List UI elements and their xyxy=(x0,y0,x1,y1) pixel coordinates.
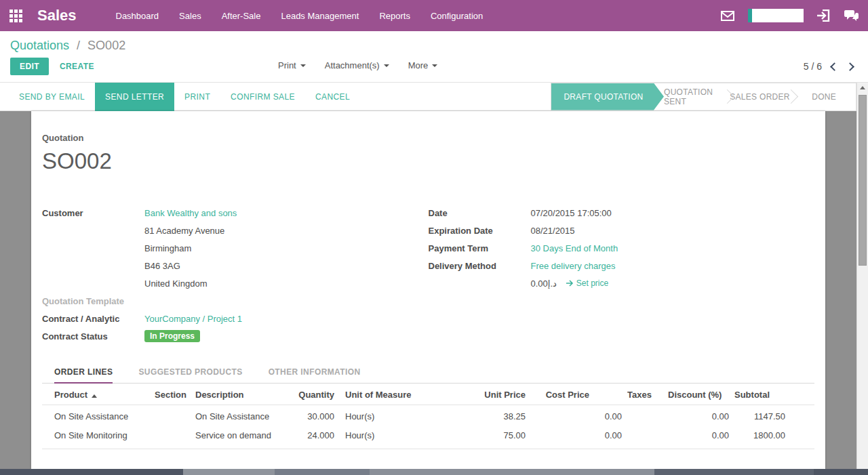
confirm-sale-button[interactable]: CONFIRM SALE xyxy=(220,83,305,111)
col-cost-price[interactable]: Cost Price xyxy=(531,390,627,400)
edit-button[interactable]: EDIT xyxy=(10,58,49,75)
date-value: 07/20/2015 17:05:00 xyxy=(531,208,612,218)
contract-status-field: Contract Status In Progress xyxy=(42,327,429,345)
delivery-price-value: 0.00د.إ xyxy=(531,278,557,289)
messages-icon[interactable] xyxy=(721,11,734,21)
sales-app-window: Sales Dashboard Sales After-Sale Leads M… xyxy=(0,0,868,475)
customer-address-line: Birmingham xyxy=(42,239,429,257)
address-street: 81 Academy Avenue xyxy=(144,226,224,236)
order-lines-table: Product Section Description Quantity Uni… xyxy=(42,385,814,449)
bottom-strip-segment xyxy=(183,469,275,475)
menu-item-configuration[interactable]: Configuration xyxy=(431,11,483,21)
record-title-block: Quotation SO002 xyxy=(42,133,814,174)
quotation-template-label: Quotation Template xyxy=(42,296,144,306)
cell-unit-price: 75.00 xyxy=(463,430,531,440)
send-by-email-button[interactable]: SEND BY EMAIL xyxy=(9,83,95,111)
breadcrumb-separator: / xyxy=(77,39,80,52)
apps-menu-icon[interactable] xyxy=(9,9,22,22)
right-field-group: Date 07/20/2015 17:05:00 Expiration Date… xyxy=(429,204,815,345)
menu-item-leads-management[interactable]: Leads Management xyxy=(281,11,359,21)
cell-uom: Hour(s) xyxy=(340,430,463,440)
pager-next-button[interactable] xyxy=(846,62,854,71)
menu-item-after-sale[interactable]: After-Sale xyxy=(222,11,261,21)
cell-product: On Site Monitoring xyxy=(42,430,149,440)
cell-unit-price: 38.25 xyxy=(463,411,531,421)
state-quotation-sent[interactable]: QUOTATION SENT xyxy=(664,83,728,110)
print-dropdown-label: Print xyxy=(278,60,296,70)
col-subtotal[interactable]: Subtotal xyxy=(734,390,791,400)
date-label: Date xyxy=(429,208,531,218)
scrollbar-thumb[interactable] xyxy=(859,95,867,266)
customer-address-line: 81 Academy Avenue xyxy=(42,222,429,239)
send-letter-button[interactable]: SEND LETTER xyxy=(95,83,174,111)
user-menu[interactable] xyxy=(748,9,804,22)
caret-down-icon xyxy=(300,64,306,67)
pager-previous-button[interactable] xyxy=(830,62,839,71)
contract-status-badge: In Progress xyxy=(144,330,200,342)
cancel-button[interactable]: CANCEL xyxy=(305,83,360,111)
set-price-link[interactable]: Set price xyxy=(566,278,608,288)
contract-analytic-link[interactable]: YourCompany / Project 1 xyxy=(144,314,242,324)
col-quantity[interactable]: Quantity xyxy=(279,390,340,400)
tab-suggested-products[interactable]: SUGGESTED PRODUCTS xyxy=(138,363,242,384)
breadcrumb: Quotations / SO002 xyxy=(0,31,868,53)
date-field: Date 07/20/2015 17:05:00 xyxy=(429,204,815,222)
payment-term-link[interactable]: 30 Days End of Month xyxy=(531,243,618,253)
bottom-strip-segment xyxy=(370,469,654,475)
more-dropdown[interactable]: More xyxy=(408,60,438,70)
pager-value: 5 / 6 xyxy=(804,61,822,72)
cell-discount: 0.00 xyxy=(668,411,734,421)
tab-other-information[interactable]: OTHER INFORMATION xyxy=(269,363,361,384)
tab-order-lines[interactable]: ORDER LINES xyxy=(54,363,113,384)
print-button[interactable]: PRINT xyxy=(174,83,220,111)
app-brand[interactable]: Sales xyxy=(37,7,77,24)
col-section[interactable]: Section xyxy=(149,390,190,400)
chat-icon[interactable] xyxy=(844,10,859,22)
col-unit-price[interactable]: Unit Price xyxy=(463,390,531,400)
delivery-method-link[interactable]: Free delivery charges xyxy=(531,261,616,271)
cell-subtotal: 1147.50 xyxy=(734,411,791,421)
cell-subtotal: 1800.00 xyxy=(734,430,791,440)
form-view-area: Quotation SO002 Customer Bank Wealthy an… xyxy=(0,111,868,469)
create-button[interactable]: CREATE xyxy=(60,62,94,71)
navbar-right xyxy=(721,9,859,22)
notebook-tabs: ORDER LINES SUGGESTED PRODUCTS OTHER INF… xyxy=(42,363,814,384)
col-unit-of-measure[interactable]: Unit of Measure xyxy=(340,390,463,400)
print-dropdown[interactable]: Print xyxy=(278,60,306,70)
record-name: SO002 xyxy=(42,148,814,174)
col-taxes[interactable]: Taxes xyxy=(627,390,668,400)
action-dropdowns: Print Attachment(s) More xyxy=(278,60,437,70)
order-line-row[interactable]: On Site Assistance On Site Assistance 30… xyxy=(42,407,814,426)
main-menu: Dashboard Sales After-Sale Leads Managem… xyxy=(116,11,484,21)
state-sales-order[interactable]: SALES ORDER xyxy=(728,83,792,110)
col-product[interactable]: Product xyxy=(42,390,149,400)
cell-discount: 0.00 xyxy=(668,430,734,440)
user-name-mask xyxy=(752,9,804,22)
col-description[interactable]: Description xyxy=(190,390,279,400)
sign-in-icon[interactable] xyxy=(817,9,831,22)
customer-link[interactable]: Bank Wealthy and sons xyxy=(144,208,237,218)
expiration-date-field: Expiration Date 08/21/2015 xyxy=(429,222,815,239)
order-lines-header: Product Section Description Quantity Uni… xyxy=(42,385,814,405)
state-draft-quotation[interactable]: DRAFT QUOTATION xyxy=(551,83,664,110)
order-line-row[interactable]: On Site Monitoring Service on demand 24.… xyxy=(42,426,814,445)
menu-item-sales[interactable]: Sales xyxy=(179,11,201,21)
attachments-dropdown[interactable]: Attachment(s) xyxy=(325,60,389,70)
statusbar: SEND BY EMAIL SEND LETTER PRINT CONFIRM … xyxy=(0,83,868,111)
payment-term-field: Payment Term 30 Days End of Month xyxy=(429,239,815,257)
contract-analytic-label: Contract / Analytic xyxy=(42,314,144,324)
scrollbar-up-icon xyxy=(860,86,865,89)
col-discount[interactable]: Discount (%) xyxy=(668,390,734,400)
set-price-label: Set price xyxy=(576,278,608,288)
payment-term-label: Payment Term xyxy=(429,243,531,253)
breadcrumb-quotations[interactable]: Quotations xyxy=(10,39,69,52)
vertical-scrollbar[interactable] xyxy=(856,83,868,469)
cell-description: On Site Assistance xyxy=(190,411,279,421)
scrollbar-up-button[interactable] xyxy=(857,83,868,93)
menu-item-reports[interactable]: Reports xyxy=(379,11,410,21)
menu-item-dashboard[interactable]: Dashboard xyxy=(116,11,159,21)
control-panel-buttons: EDIT CREATE Print Attachment(s) More 5 /… xyxy=(0,53,868,75)
record-type-label: Quotation xyxy=(42,133,814,143)
caret-down-icon xyxy=(384,64,389,67)
state-done[interactable]: DONE xyxy=(792,83,856,110)
